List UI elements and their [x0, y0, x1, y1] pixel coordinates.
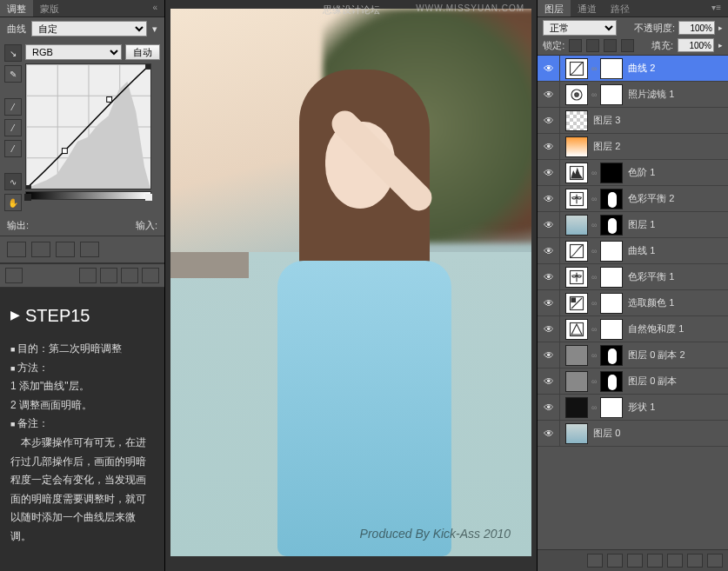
tab-paths[interactable]: 路径 — [604, 0, 637, 17]
layers-bottom-bar — [538, 549, 728, 571]
link-icon[interactable]: ∞ — [591, 267, 598, 288]
layer-row[interactable]: 👁 ∞ 图层 0 副本 2 — [538, 342, 728, 368]
adjustment-layer-icon[interactable] — [647, 554, 663, 568]
layers-column: 图层 通道 路径 ▾≡ 正常 不透明度: ▸ 锁定: 填充: ▸ 👁 ∞ 曲线 … — [537, 0, 728, 571]
lock-all-icon[interactable] — [621, 39, 634, 52]
blend-mode-select[interactable]: 正常 — [543, 20, 617, 36]
group-icon[interactable] — [667, 554, 683, 568]
link-icon[interactable]: ∞ — [591, 163, 598, 183]
produced-watermark: Produced By Kick-Ass 2010 — [360, 527, 511, 541]
tab-channels[interactable]: 通道 — [571, 0, 604, 17]
delete-icon[interactable] — [142, 268, 159, 283]
layer-row[interactable]: 👁 ∞ 照片滤镜 1 — [538, 82, 728, 108]
preset-select[interactable]: 自定 — [31, 21, 147, 37]
layer-row[interactable]: 👁 ∞ 曲线 1 — [538, 238, 728, 264]
layer-row[interactable]: 👁 图层 3 — [538, 108, 728, 134]
visibility-eye-icon[interactable]: 👁 — [538, 108, 560, 134]
layer-name: 图层 0 — [593, 427, 620, 440]
lock-pixels-icon[interactable] — [586, 39, 599, 52]
preset-icon[interactable] — [31, 242, 50, 257]
forum-watermark: 思缘设计论坛 — [323, 3, 380, 17]
link-icon[interactable]: ∞ — [591, 241, 598, 262]
preset-icon[interactable] — [80, 242, 99, 257]
layer-mask-icon[interactable] — [627, 554, 643, 568]
return-icon[interactable] — [5, 268, 23, 283]
layer-row[interactable]: 👁 ∞ 色彩平衡 1 — [538, 264, 728, 290]
point-tool-icon[interactable]: ↘ — [4, 44, 22, 62]
layer-mask-thumbnail — [600, 163, 623, 183]
hand-icon[interactable]: ✋ — [4, 194, 22, 211]
auto-button[interactable]: 自动 — [125, 44, 160, 60]
visibility-eye-icon[interactable]: 👁 — [538, 160, 560, 186]
lock-transparent-icon[interactable] — [569, 39, 582, 52]
layer-row[interactable]: 👁 ∞ 自然饱和度 1 — [538, 316, 728, 342]
step-instructions: STEP15 目的：第二次明暗调整 方法： 1 添加"曲线"层。 2 调整画面明… — [0, 288, 164, 571]
panel-menu-icon[interactable]: ▾ — [152, 23, 157, 35]
visibility-eye-icon[interactable]: 👁 — [538, 186, 560, 212]
preset-icon[interactable] — [7, 242, 26, 257]
channel-select[interactable]: RGB — [25, 44, 122, 60]
fill-input[interactable] — [678, 38, 714, 52]
visibility-eye-icon[interactable]: 👁 — [538, 134, 560, 160]
visibility-eye-icon[interactable]: 👁 — [538, 238, 560, 264]
layer-row[interactable]: 👁 图层 2 — [538, 134, 728, 160]
lock-position-icon[interactable] — [604, 39, 617, 52]
link-layers-icon[interactable] — [587, 554, 603, 568]
layers-tabs: 图层 通道 路径 ▾≡ — [538, 0, 728, 17]
tab-mask[interactable]: 蒙版 — [33, 0, 66, 17]
link-icon[interactable]: ∞ — [591, 371, 598, 392]
pencil-tool-icon[interactable]: ✎ — [4, 65, 22, 83]
layer-thumbnail — [565, 423, 588, 444]
layer-name: 图层 3 — [593, 114, 620, 127]
tab-layers[interactable]: 图层 — [538, 0, 571, 17]
link-icon[interactable]: ∞ — [591, 397, 598, 418]
clip-icon[interactable] — [79, 268, 97, 283]
tab-adjust[interactable]: 调整 — [0, 0, 33, 17]
link-icon[interactable]: ∞ — [591, 84, 598, 105]
visibility-eye-icon[interactable]: 👁 — [538, 316, 560, 342]
curves-graph[interactable] — [25, 63, 151, 189]
layer-thumbnail — [565, 345, 588, 366]
layer-row[interactable]: 👁 ∞ 图层 1 — [538, 212, 728, 238]
visibility-eye-icon[interactable]: 👁 — [538, 82, 560, 108]
layer-row[interactable]: 👁 ∞ 形状 1 — [538, 395, 728, 421]
visibility-eye-icon[interactable]: 👁 — [538, 342, 560, 368]
visibility-eye-icon[interactable]: 👁 — [538, 56, 560, 82]
trash-icon[interactable] — [707, 554, 723, 568]
opacity-arrow-icon[interactable]: ▸ — [718, 23, 723, 32]
target-adjust-icon[interactable]: ∿ — [4, 173, 22, 190]
new-layer-icon[interactable] — [687, 554, 703, 568]
link-icon[interactable]: ∞ — [591, 58, 598, 79]
visibility-eye-icon[interactable]: 👁 — [538, 290, 560, 316]
visibility-eye-icon[interactable]: 👁 — [538, 212, 560, 238]
input-gradient[interactable] — [25, 191, 151, 200]
layer-row[interactable]: 👁 图层 0 — [538, 421, 728, 447]
layer-row[interactable]: 👁 ∞ 色阶 1 — [538, 160, 728, 186]
layer-fx-icon[interactable] — [607, 554, 623, 568]
preset-icon[interactable] — [56, 242, 75, 257]
layer-name: 图层 1 — [628, 218, 655, 231]
link-icon[interactable]: ∞ — [591, 319, 598, 340]
layer-row[interactable]: 👁 ∞ 曲线 2 — [538, 56, 728, 82]
white-eyedropper-icon[interactable]: ⁄ — [4, 140, 22, 157]
layer-row[interactable]: 👁 ∞ 选取颜色 1 — [538, 290, 728, 316]
layer-row[interactable]: 👁 ∞ 色彩平衡 2 — [538, 186, 728, 212]
opacity-input[interactable] — [678, 21, 715, 35]
link-icon[interactable]: ∞ — [591, 189, 598, 209]
eye-icon[interactable] — [100, 268, 117, 283]
visibility-eye-icon[interactable]: 👁 — [538, 264, 560, 290]
link-icon[interactable]: ∞ — [591, 215, 598, 236]
black-eyedropper-icon[interactable]: ⁄ — [4, 98, 22, 116]
link-icon[interactable]: ∞ — [591, 345, 598, 366]
visibility-eye-icon[interactable]: 👁 — [538, 421, 560, 447]
fill-arrow-icon[interactable]: ▸ — [718, 41, 723, 50]
reset-icon[interactable] — [121, 268, 138, 283]
visibility-eye-icon[interactable]: 👁 — [538, 368, 560, 395]
panel-menu-icon[interactable]: ▾≡ — [705, 0, 728, 17]
link-icon[interactable]: ∞ — [591, 293, 598, 314]
gray-eyedropper-icon[interactable]: ⁄ — [4, 119, 22, 136]
visibility-eye-icon[interactable]: 👁 — [538, 395, 560, 421]
panel-close-icon[interactable]: « — [146, 0, 165, 17]
document-canvas[interactable]: 思缘设计论坛 WWW.MISSYUAN.COM Produced By Kick… — [165, 0, 537, 571]
layer-row[interactable]: 👁 ∞ 图层 0 副本 — [538, 368, 728, 395]
